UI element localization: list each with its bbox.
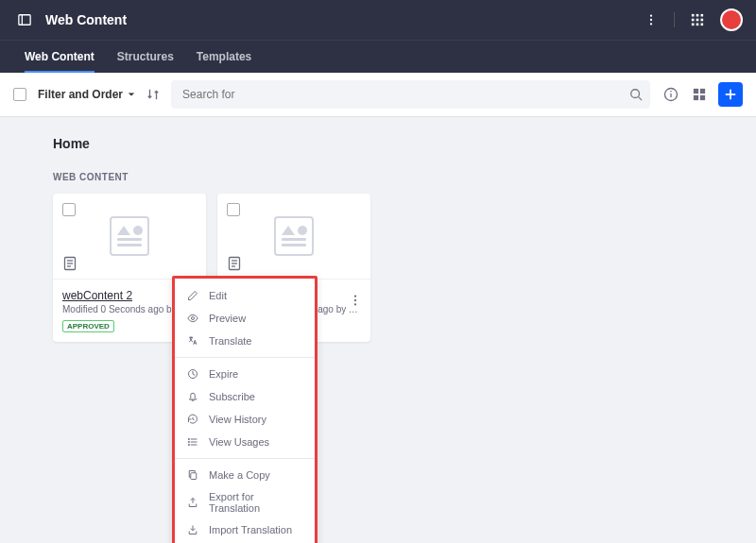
- svg-rect-6: [696, 14, 699, 17]
- tab-templates[interactable]: Templates: [185, 41, 263, 73]
- svg-rect-0: [19, 15, 30, 25]
- svg-rect-8: [692, 19, 695, 22]
- card-more-icon[interactable]: [346, 291, 365, 310]
- menu-view-history[interactable]: View History: [175, 408, 315, 431]
- menu-label: View History: [209, 414, 266, 425]
- menu-expire[interactable]: Expire: [175, 363, 315, 385]
- document-badge-icon: [227, 256, 242, 271]
- menu-divider: [175, 357, 315, 358]
- menu-label: Edit: [209, 290, 227, 301]
- copy-icon: [186, 468, 199, 482]
- svg-point-38: [354, 299, 356, 301]
- select-all-checkbox[interactable]: [13, 88, 26, 101]
- apps-icon[interactable]: [686, 8, 709, 31]
- search-icon[interactable]: [629, 88, 643, 101]
- list-icon: [186, 435, 199, 449]
- divider: [674, 12, 675, 27]
- grid-view-icon[interactable]: [690, 85, 709, 104]
- section-title: WEB CONTENT: [53, 172, 703, 182]
- eye-icon: [186, 312, 199, 325]
- svg-point-39: [354, 303, 356, 305]
- export-icon: [186, 496, 199, 509]
- svg-rect-20: [694, 89, 698, 93]
- svg-point-15: [631, 90, 640, 98]
- history-icon: [186, 413, 199, 426]
- caret-down-icon: [128, 91, 135, 98]
- menu-label: Make a Copy: [209, 469, 270, 481]
- svg-rect-11: [692, 24, 695, 26]
- svg-rect-7: [701, 14, 704, 17]
- breadcrumb: Home: [53, 136, 703, 151]
- user-avatar[interactable]: [720, 8, 743, 31]
- menu-label: Subscribe: [209, 391, 255, 402]
- svg-point-45: [188, 438, 189, 439]
- svg-rect-22: [694, 95, 698, 100]
- document-badge-icon: [62, 256, 77, 271]
- pencil-icon: [186, 289, 199, 302]
- menu-divider: [175, 458, 315, 459]
- top-bar: Web Content: [0, 0, 756, 40]
- import-icon: [186, 523, 199, 536]
- panel-icon[interactable]: [13, 8, 36, 31]
- svg-point-14: [730, 16, 734, 21]
- filter-label: Filter and Order: [38, 88, 123, 101]
- menu-label: Expire: [209, 368, 238, 380]
- svg-rect-48: [191, 473, 197, 480]
- menu-label: Import Translation: [209, 524, 292, 535]
- svg-point-2: [650, 14, 652, 16]
- svg-rect-13: [701, 24, 704, 26]
- sort-icon[interactable]: [146, 88, 160, 101]
- clock-icon: [186, 367, 199, 381]
- search-input[interactable]: [171, 80, 650, 109]
- svg-rect-12: [696, 24, 699, 26]
- add-button[interactable]: [718, 82, 743, 107]
- svg-rect-5: [692, 14, 695, 17]
- svg-point-40: [192, 317, 195, 320]
- header-more-icon[interactable]: [640, 8, 662, 31]
- menu-label: Export for Translation: [209, 491, 303, 514]
- menu-label: Translate: [209, 335, 251, 347]
- placeholder-icon: [274, 216, 314, 256]
- svg-rect-21: [700, 89, 705, 93]
- svg-line-16: [639, 97, 643, 101]
- card-checkbox[interactable]: [227, 203, 240, 216]
- content-area: Home WEB CONTENT webContent 2 Modified 0…: [0, 117, 756, 361]
- tab-web-content[interactable]: Web Content: [13, 41, 106, 73]
- svg-point-3: [650, 19, 652, 21]
- svg-point-19: [670, 91, 672, 93]
- svg-rect-9: [696, 19, 699, 22]
- menu-subscribe[interactable]: Subscribe: [175, 385, 315, 408]
- tab-structures[interactable]: Structures: [106, 41, 185, 73]
- menu-label: View Usages: [209, 436, 269, 448]
- svg-point-37: [354, 295, 356, 297]
- menu-translate[interactable]: Translate: [175, 330, 315, 352]
- filter-and-order[interactable]: Filter and Order: [38, 88, 135, 101]
- svg-rect-23: [700, 95, 705, 100]
- card-checkbox[interactable]: [62, 203, 76, 216]
- svg-point-4: [650, 23, 652, 25]
- toolbar: Filter and Order: [0, 73, 756, 117]
- menu-make-copy[interactable]: Make a Copy: [175, 464, 315, 486]
- context-menu: Edit Preview Translate Expire Subscribe …: [172, 276, 318, 543]
- translate-icon: [186, 334, 199, 348]
- menu-export-translation[interactable]: Export for Translation: [175, 486, 315, 518]
- search-wrap: [171, 80, 650, 109]
- svg-rect-10: [701, 19, 704, 22]
- svg-point-46: [188, 441, 189, 442]
- menu-view-usages[interactable]: View Usages: [175, 431, 315, 453]
- status-badge: APPROVED: [62, 320, 114, 332]
- cards: webContent 2 Modified 0 Seconds ago by T…: [53, 194, 703, 342]
- menu-preview[interactable]: Preview: [175, 307, 315, 330]
- menu-label: Preview: [209, 313, 246, 324]
- svg-point-47: [188, 444, 189, 445]
- bell-icon: [186, 390, 199, 403]
- info-icon[interactable]: [662, 85, 680, 104]
- page-title: Web Content: [45, 12, 127, 27]
- menu-edit[interactable]: Edit: [175, 284, 315, 307]
- tabs: Web Content Structures Templates: [0, 40, 756, 73]
- placeholder-icon: [110, 216, 149, 256]
- menu-import-translation[interactable]: Import Translation: [175, 518, 315, 541]
